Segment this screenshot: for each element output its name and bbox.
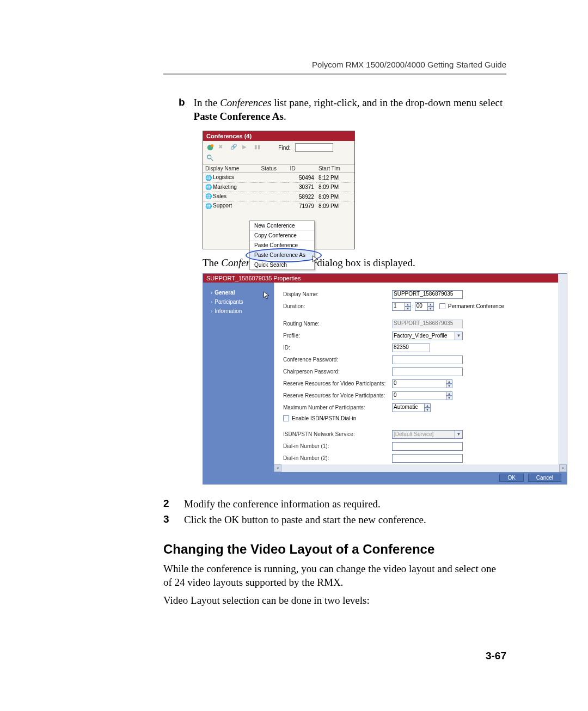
label-res-video: Reserve Resources for Video Participants… (283, 381, 392, 387)
checkbox-permanent[interactable] (439, 303, 445, 309)
menu-paste-conference-as[interactable]: Paste Conference As (250, 250, 314, 260)
dialog-titlebar[interactable]: SUPPORT_1586079035 Properties × (203, 274, 567, 283)
step-text: Modify the conference information as req… (184, 498, 381, 511)
step-b: b In the Conferences list pane, right-cl… (179, 96, 506, 123)
label-isdn-service: ISDN/PSTN Network Service: (283, 431, 392, 437)
conference-icon: 🌐 (205, 193, 212, 200)
chevron-down-icon: ▼ (455, 431, 462, 438)
select-isdn-service: [Default Service]▼ (392, 430, 463, 439)
conference-icon: 🌐 (205, 184, 212, 191)
conferences-panel: Conferences (4) ✖ 🔗 ▶ ▮▮ Find: Display N… (203, 131, 355, 249)
label-enable-isdn: Enable ISDN/PSTN Dial-in (292, 415, 356, 421)
label-permanent: Permanent Conference (448, 303, 504, 309)
input-dialin-2[interactable] (392, 454, 463, 463)
menu-copy-conference[interactable]: Copy Conference (250, 231, 314, 241)
delete-icon: ✖ (218, 144, 226, 151)
page-number: 3-67 (486, 650, 506, 662)
step-3: 3 Click the OK button to paste and start… (163, 513, 506, 527)
conference-icon: 🌐 (205, 203, 212, 210)
checkbox-enable-isdn[interactable] (283, 415, 289, 421)
label-dialin-1: Dial-in Number (1): (283, 443, 392, 449)
search-icon[interactable] (206, 154, 214, 162)
menu-new-conference[interactable]: New Conference (250, 221, 314, 231)
input-duration-h[interactable]: 1▲▼ (392, 302, 411, 311)
input-routing-name: SUPPORT_1586879035 (392, 320, 463, 328)
label-id: ID: (283, 345, 392, 351)
cancel-button[interactable]: Cancel (528, 474, 561, 482)
section-heading: Changing the Video Layout of a Conferenc… (163, 542, 506, 557)
chevron-down-icon: ▼ (455, 332, 462, 340)
pause-icon: ▮▮ (254, 144, 262, 151)
input-dialin-1[interactable] (392, 442, 463, 451)
section-para-2: Video Layout selection can be done in tw… (163, 594, 506, 608)
find-label: Find: (278, 145, 290, 151)
step-2: 2 Modify the conference information as r… (163, 498, 506, 511)
svg-line-3 (211, 158, 213, 161)
input-id[interactable]: 82350 (392, 344, 430, 352)
vertical-scrollbar[interactable] (558, 274, 567, 484)
table-row[interactable]: 🌐Logistics 50494 8:12 PM (203, 173, 354, 182)
caption: The Conference Properties dialog box is … (203, 257, 506, 269)
label-chair-password: Chairperson Password: (283, 369, 392, 375)
input-display-name[interactable]: SUPPORT_1586879035 (392, 290, 463, 299)
header-rule (163, 73, 506, 75)
select-profile[interactable]: Factory_Video_Profile▼ (392, 332, 463, 340)
link-icon: 🔗 (230, 144, 238, 151)
input-max-part[interactable]: Automatic▲▼ (392, 403, 431, 412)
label-profile: Profile: (283, 333, 392, 339)
nav-information[interactable]: Information (203, 307, 274, 316)
step-num: 2 (163, 498, 175, 511)
step-num: 3 (163, 513, 175, 527)
find-input[interactable] (295, 143, 333, 152)
svg-point-1 (211, 144, 213, 147)
conference-properties-dialog: SUPPORT_1586079035 Properties × General … (203, 273, 567, 485)
table-row[interactable]: 🌐Sales 58922 8:09 PM (203, 192, 354, 201)
conferences-table: Display Name Status ID Start Tim 🌐Logist… (203, 164, 354, 210)
menu-quick-search[interactable]: Quick Search (250, 260, 314, 269)
label-res-voice: Reserve Resources for Voice Participants… (283, 393, 392, 399)
table-row[interactable]: 🌐Marketing 30371 8:09 PM (203, 182, 354, 192)
conferences-title: Conferences (4) (203, 131, 354, 141)
ordered-steps: 2 Modify the conference information as r… (163, 498, 506, 526)
label-dialin-2: Dial-in Number (2): (283, 455, 392, 461)
new-conference-icon[interactable] (206, 144, 214, 151)
cursor-icon (263, 291, 271, 300)
input-res-voice[interactable]: 0▲▼ (392, 391, 452, 400)
context-menu: New Conference Copy Conference Paste Con… (249, 220, 315, 270)
conferences-toolbar: ✖ 🔗 ▶ ▮▮ Find: (203, 141, 354, 154)
label-duration: Duration: (283, 303, 392, 309)
col-status[interactable]: Status (259, 164, 288, 173)
input-duration-m[interactable]: 00▲▼ (415, 302, 434, 311)
svg-point-2 (207, 155, 211, 159)
col-id[interactable]: ID (288, 164, 316, 173)
dialog-footer: OK Cancel (274, 472, 567, 484)
label-max-part: Maximum Number of Participants: (283, 404, 392, 410)
table-row[interactable]: 🌐Support 71979 8:09 PM (203, 201, 354, 211)
dialog-form: Display Name: SUPPORT_1586879035 Duratio… (274, 283, 567, 484)
section-para-1: While the conference is running, you can… (163, 562, 506, 589)
label-display-name: Display Name: (283, 291, 392, 297)
input-conf-password[interactable] (392, 356, 463, 364)
conference-icon: 🌐 (205, 175, 212, 181)
header-title: Polycom RMX 1500/2000/4000 Getting Start… (163, 60, 506, 69)
step-b-label: b (179, 96, 185, 123)
step-text: Click the OK button to paste and start t… (184, 513, 426, 527)
menu-paste-conference[interactable]: Paste Conference (250, 241, 314, 250)
table-header: Display Name Status ID Start Tim (203, 164, 354, 173)
label-routing-name: Routing Name: (283, 321, 392, 327)
ok-button[interactable]: OK (499, 474, 523, 482)
play-icon: ▶ (242, 144, 250, 151)
dialog-title: SUPPORT_1586079035 Properties (206, 275, 301, 281)
col-display-name[interactable]: Display Name (203, 164, 259, 173)
input-res-video[interactable]: 0▲▼ (392, 379, 452, 388)
step-b-text: In the Conferences list pane, right-clic… (194, 96, 506, 123)
horizontal-scrollbar[interactable]: <> (274, 464, 567, 472)
col-start-time[interactable]: Start Tim (316, 164, 354, 173)
dialog-nav: General Participants Information (203, 283, 274, 484)
input-chair-password[interactable] (392, 367, 463, 376)
label-conf-password: Conference Password: (283, 357, 392, 363)
